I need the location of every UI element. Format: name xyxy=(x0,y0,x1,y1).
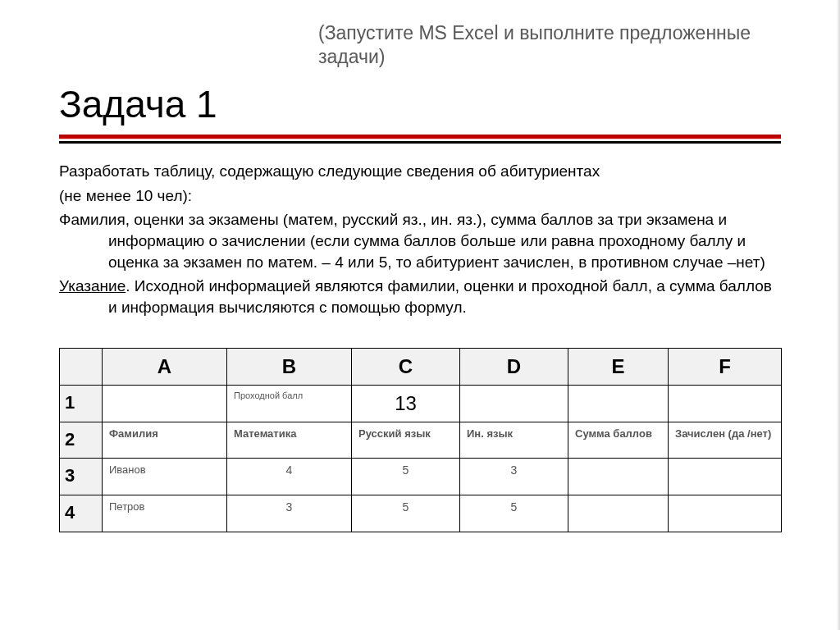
cell-A1 xyxy=(103,386,227,422)
cell-E4 xyxy=(568,495,669,532)
cell-A2: Фамилия xyxy=(103,422,227,459)
hint-label: Указание xyxy=(59,277,126,294)
col-E: E xyxy=(568,349,669,386)
para-1: Разработать таблицу, содержащую следующи… xyxy=(59,161,781,182)
cell-E3 xyxy=(568,459,669,495)
table-row: 4 Петров 3 5 5 xyxy=(60,495,782,532)
excel-table: A B C D E F 1 Проходной балл 13 2 Фамили… xyxy=(59,348,781,532)
title-rule xyxy=(59,135,781,144)
cell-E2: Сумма баллов xyxy=(568,422,669,459)
cell-F2: Зачислен (да /нет) xyxy=(669,422,782,459)
body-text: Разработать таблицу, содержащую следующи… xyxy=(59,161,781,321)
cell-D3: 3 xyxy=(460,459,568,495)
cell-F1 xyxy=(669,386,782,422)
cell-C2: Русский язык xyxy=(352,422,460,459)
para-3: Фамилия, оценки за экзамены (матем, русс… xyxy=(59,209,781,272)
col-C: C xyxy=(352,349,460,386)
cell-C1: 13 xyxy=(352,386,460,422)
column-header-row: A B C D E F xyxy=(60,349,782,386)
col-D: D xyxy=(460,349,568,386)
row-2-num: 2 xyxy=(60,422,103,459)
table-row: 2 Фамилия Математика Русский язык Ин. яз… xyxy=(60,422,782,459)
corner-cell xyxy=(60,349,103,386)
cell-B1: Проходной балл xyxy=(227,386,352,422)
slide-shadow xyxy=(837,0,840,630)
para-2: (не менее 10 чел): xyxy=(59,185,781,207)
cell-B4: 3 xyxy=(227,495,352,532)
cell-B3: 4 xyxy=(227,459,352,495)
cell-A4: Петров xyxy=(103,495,227,532)
para-hint: Указание. Исходной информацией являются … xyxy=(59,276,781,317)
cell-C3: 5 xyxy=(352,459,460,495)
table-row: 3 Иванов 4 5 3 xyxy=(60,459,782,495)
cell-D2: Ин. язык xyxy=(460,422,568,459)
col-F: F xyxy=(669,349,782,386)
cell-B2: Математика xyxy=(227,422,352,459)
cell-D4: 5 xyxy=(460,495,568,532)
cell-D1 xyxy=(460,386,568,422)
cell-F3 xyxy=(669,459,782,495)
col-A: A xyxy=(103,349,227,386)
row-4-num: 4 xyxy=(60,495,103,532)
slide-title: Задача 1 xyxy=(59,82,217,126)
cell-E1 xyxy=(568,386,669,422)
cell-F4 xyxy=(669,495,782,532)
row-3-num: 3 xyxy=(60,459,103,495)
cell-C4: 5 xyxy=(352,495,460,532)
cell-A3: Иванов xyxy=(103,459,227,495)
hint-text: . Исходной информацией являются фамилии,… xyxy=(108,277,772,316)
row-1-num: 1 xyxy=(60,386,103,422)
table-row: 1 Проходной балл 13 xyxy=(60,386,782,422)
col-B: B xyxy=(227,349,352,386)
launch-note: (Запустите MS Excel и выполните предложе… xyxy=(318,21,778,69)
